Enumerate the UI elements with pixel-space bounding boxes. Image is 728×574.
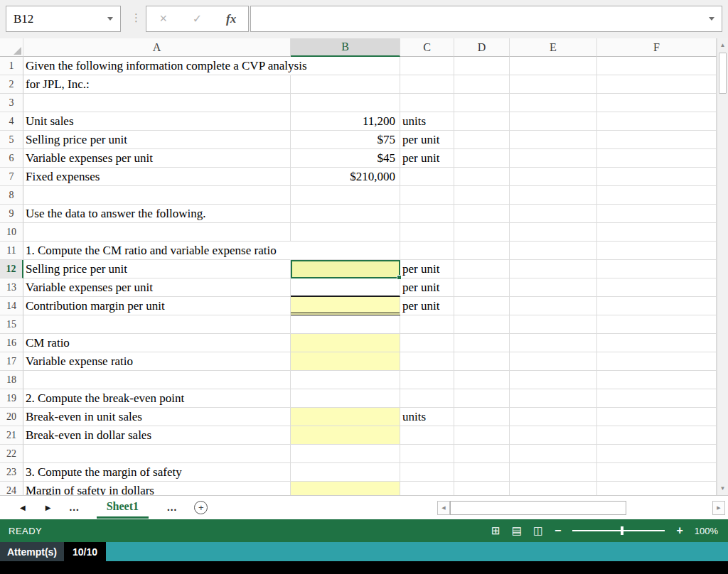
cell-F12[interactable]	[597, 260, 717, 278]
cell-E1[interactable]	[510, 57, 597, 75]
cell-C9[interactable]	[400, 205, 454, 223]
cell-A20[interactable]: Break-even in unit sales	[23, 408, 291, 426]
cell-C11[interactable]	[400, 242, 454, 260]
cell-E13[interactable]	[510, 278, 597, 297]
cell-E2[interactable]	[510, 75, 597, 94]
row-header-23[interactable]: 23	[0, 463, 23, 482]
cell-C24[interactable]	[400, 482, 454, 495]
cell-A23[interactable]: 3. Compute the margin of safety	[23, 463, 291, 482]
name-box-dropdown-icon[interactable]	[107, 17, 113, 21]
cell-A22[interactable]	[23, 445, 291, 463]
column-header-F[interactable]: F	[597, 38, 717, 57]
cell-C7[interactable]	[400, 168, 454, 186]
add-sheet-button[interactable]: +	[194, 501, 208, 514]
cell-C20[interactable]: units	[400, 408, 454, 426]
cell-D19[interactable]	[454, 389, 510, 408]
cell-D15[interactable]	[454, 315, 510, 334]
cell-E16[interactable]	[510, 334, 597, 352]
cell-F22[interactable]	[597, 445, 717, 463]
vertical-scrollbar[interactable]: ▲ ▼	[717, 38, 728, 495]
cell-E10[interactable]	[510, 223, 597, 242]
insert-function-icon[interactable]: fx	[214, 6, 248, 31]
cell-F11[interactable]	[597, 242, 717, 260]
cell-D11[interactable]	[454, 242, 510, 260]
cell-D21[interactable]	[454, 426, 510, 445]
cell-A3[interactable]	[23, 94, 291, 112]
name-box[interactable]: B12	[6, 6, 121, 32]
cell-D7[interactable]	[454, 168, 510, 186]
cell-B2[interactable]	[291, 75, 400, 94]
row-header-24[interactable]: 24	[0, 482, 23, 495]
cell-A1[interactable]: Given the following information complete…	[23, 57, 291, 75]
row-header-3[interactable]: 3	[0, 94, 23, 112]
cell-B1[interactable]	[291, 57, 400, 75]
row-header-17[interactable]: 17	[0, 352, 23, 371]
cell-F9[interactable]	[597, 205, 717, 223]
cell-C17[interactable]	[400, 352, 454, 371]
cell-C2[interactable]	[400, 75, 454, 94]
row-header-9[interactable]: 9	[0, 205, 23, 223]
cell-D1[interactable]	[454, 57, 510, 75]
cell-E12[interactable]	[510, 260, 597, 278]
tabs-overflow-left[interactable]: ...	[69, 502, 79, 514]
cell-C14[interactable]: per unit	[400, 297, 454, 315]
cell-F7[interactable]	[597, 168, 717, 186]
cell-F17[interactable]	[597, 352, 717, 371]
cell-D5[interactable]	[454, 131, 510, 149]
cell-C18[interactable]	[400, 371, 454, 389]
zoom-out-button[interactable]: −	[555, 524, 561, 537]
cell-D14[interactable]	[454, 297, 510, 315]
cell-D3[interactable]	[454, 94, 510, 112]
column-header-A[interactable]: A	[23, 38, 291, 57]
scroll-left-button[interactable]: ◀	[437, 501, 450, 515]
cell-D18[interactable]	[454, 371, 510, 389]
cell-F6[interactable]	[597, 149, 717, 168]
cell-E22[interactable]	[510, 445, 597, 463]
cell-C10[interactable]	[400, 223, 454, 242]
cell-C6[interactable]: per unit	[400, 149, 454, 168]
cell-B11[interactable]	[291, 242, 400, 260]
cell-A14[interactable]: Contribution margin per unit	[23, 297, 291, 315]
cell-E6[interactable]	[510, 149, 597, 168]
normal-view-icon[interactable]: ⊞	[491, 524, 500, 537]
cell-C22[interactable]	[400, 445, 454, 463]
cell-A9[interactable]: Use the data to answer the following.	[23, 205, 291, 223]
cell-E23[interactable]	[510, 463, 597, 482]
prev-sheet-button[interactable]: ◀	[20, 504, 26, 511]
cell-E20[interactable]	[510, 408, 597, 426]
cell-E19[interactable]	[510, 389, 597, 408]
scroll-down-button[interactable]: ▼	[717, 482, 728, 495]
cell-A16[interactable]: CM ratio	[23, 334, 291, 352]
cell-A7[interactable]: Fixed expenses	[23, 168, 291, 186]
cell-D4[interactable]	[454, 112, 510, 131]
cell-A8[interactable]	[23, 186, 291, 205]
vertical-scroll-thumb[interactable]	[719, 53, 727, 94]
cell-B21[interactable]	[291, 426, 400, 445]
cell-D20[interactable]	[454, 408, 510, 426]
column-header-B[interactable]: B	[291, 38, 400, 57]
select-all-button[interactable]	[0, 38, 23, 57]
zoom-in-button[interactable]: +	[676, 524, 682, 537]
cell-D8[interactable]	[454, 186, 510, 205]
column-header-E[interactable]: E	[510, 38, 597, 57]
cell-B22[interactable]	[291, 445, 400, 463]
cell-B14[interactable]	[291, 297, 400, 315]
cell-F23[interactable]	[597, 463, 717, 482]
cell-D23[interactable]	[454, 463, 510, 482]
cell-B19[interactable]	[291, 389, 400, 408]
cell-D22[interactable]	[454, 445, 510, 463]
formula-bar-expand-icon[interactable]	[709, 17, 714, 21]
cell-C4[interactable]: units	[400, 112, 454, 131]
row-header-14[interactable]: 14	[0, 297, 23, 315]
cell-B10[interactable]	[291, 223, 400, 242]
cell-A4[interactable]: Unit sales	[23, 112, 291, 131]
row-header-15[interactable]: 15	[0, 315, 23, 334]
cell-E15[interactable]	[510, 315, 597, 334]
cell-B23[interactable]	[291, 463, 400, 482]
cell-B12[interactable]	[291, 260, 400, 278]
cell-A11[interactable]: 1. Compute the CM ratio and variable exp…	[23, 242, 291, 260]
cell-A12[interactable]: Selling price per unit	[23, 260, 291, 278]
page-layout-icon[interactable]: ▤	[512, 524, 522, 537]
cell-E21[interactable]	[510, 426, 597, 445]
cell-A21[interactable]: Break-even in dollar sales	[23, 426, 291, 445]
